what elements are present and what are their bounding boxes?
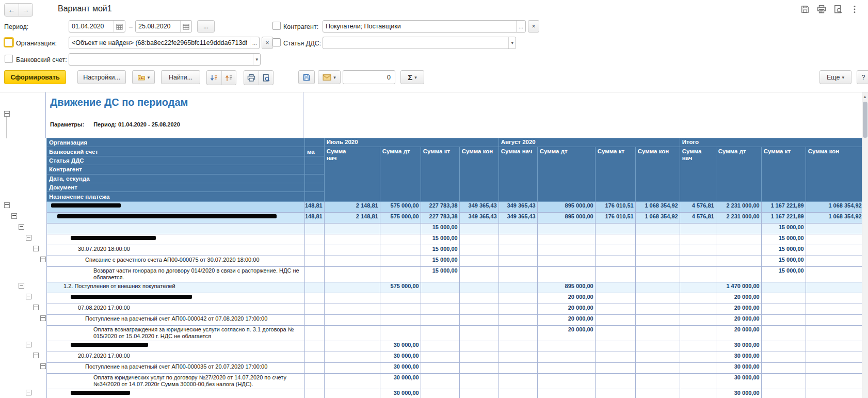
row-expander-icon[interactable] [26, 294, 31, 299]
row-expander-icon[interactable] [11, 213, 17, 219]
row-expander-icon[interactable] [40, 257, 46, 262]
row-expander-icon[interactable] [33, 305, 39, 310]
organization-clear-button[interactable]: × [262, 37, 273, 49]
organization-input[interactable] [69, 37, 250, 49]
amount-cell [499, 314, 537, 325]
back-button[interactable]: ← [5, 4, 19, 16]
amount-cell [680, 223, 716, 234]
amount-cell: 1 068 354,92 [635, 212, 680, 223]
generate-button[interactable]: Сформировать [4, 70, 66, 84]
save-result-button[interactable] [298, 70, 315, 84]
amount-cell [806, 314, 863, 325]
amount-cell: 15 000,00 [761, 234, 806, 245]
amount-cell [459, 304, 499, 314]
amount-cell: 1 167 221,89 [761, 212, 806, 223]
dds-checkbox[interactable] [272, 38, 281, 46]
more-button[interactable]: Еще ▾ [819, 70, 851, 84]
row-expander-icon[interactable] [26, 342, 31, 347]
amount-cell: 575 000,00 [380, 212, 421, 223]
menu-dots-partial-icon[interactable] [865, 4, 868, 13]
row-expander-icon[interactable] [33, 246, 39, 251]
print-preview-icon[interactable] [833, 4, 843, 14]
row-expander-icon[interactable] [33, 353, 39, 358]
period-to-input[interactable] [136, 21, 180, 32]
settings-button[interactable]: Настройки... [77, 70, 126, 84]
amount-cell [635, 282, 680, 293]
contractor-clear-button[interactable]: × [528, 20, 539, 33]
amount-cell: 15 000,00 [761, 223, 806, 234]
chevron-down-icon[interactable]: ▾ [253, 54, 260, 65]
report-variants-button[interactable]: ▾ [132, 70, 155, 84]
calendar-icon[interactable] [180, 21, 191, 32]
column-header: Сумма кт [595, 147, 635, 202]
dds-input[interactable] [323, 37, 508, 49]
scrollbar-thumb[interactable] [863, 102, 867, 138]
menu-dots-icon[interactable] [849, 4, 860, 14]
amount-cell: 575 000,00 [380, 282, 421, 293]
scroll-up-icon[interactable]: ▲ [863, 94, 867, 99]
vertical-scrollbar[interactable] [862, 92, 868, 398]
nav-buttons: ← → [4, 3, 33, 17]
help-button[interactable]: ? [857, 70, 868, 84]
amount-cell [537, 352, 595, 362]
amount-cell [459, 245, 499, 256]
chevron-down-icon: ▾ [842, 75, 844, 80]
amount-cell: 30 000,00 [716, 341, 761, 352]
row-expander-icon[interactable] [40, 363, 46, 369]
counter-input[interactable] [343, 70, 395, 84]
send-mail-button[interactable]: ▾ [318, 70, 341, 84]
save-icon[interactable] [800, 4, 810, 14]
amount-cell: 30 000,00 [380, 341, 421, 352]
amount-cell [324, 373, 380, 389]
period-from-field [69, 20, 125, 33]
amount-cell [380, 256, 421, 266]
contractor-checkbox[interactable] [272, 22, 281, 30]
amount-cell [324, 245, 380, 256]
amount-cell [459, 234, 499, 245]
print-icon[interactable] [244, 71, 259, 85]
sum-button[interactable]: Σ ▾ [400, 70, 424, 84]
collapse-groups-icon[interactable] [207, 71, 221, 85]
partial-column-header [305, 138, 324, 147]
print-icon[interactable] [816, 4, 827, 14]
bank-account-input[interactable] [69, 54, 253, 65]
organization-field: ... [69, 37, 260, 49]
row-label-cell [47, 341, 305, 352]
calendar-icon[interactable] [114, 21, 125, 32]
ellipsis-button[interactable]: ... [250, 37, 259, 49]
amount-cell [324, 362, 380, 373]
partial-column-header: ма [305, 147, 324, 156]
amount-cell: 15 000,00 [421, 245, 459, 256]
chevron-down-icon[interactable]: ▾ [508, 37, 516, 49]
forward-button[interactable]: → [19, 4, 33, 16]
amount-cell: 30 000,00 [716, 373, 761, 389]
partial-column-header [305, 192, 324, 201]
period-from-input[interactable] [69, 21, 114, 32]
contractor-input[interactable] [323, 21, 516, 32]
amount-cell [499, 234, 537, 245]
amount-cell [595, 304, 635, 314]
ellipsis-button[interactable]: ... [516, 21, 525, 32]
amount-cell: 20 000,00 [537, 304, 595, 314]
tree-gutter-cell [0, 293, 47, 304]
amount-cell [806, 266, 863, 282]
row-expander-icon[interactable] [4, 202, 10, 208]
amount-cell [635, 223, 680, 234]
report-title-block: Движение ДС по периодам Параметры:Период… [45, 92, 303, 138]
partial-column-header [305, 174, 324, 183]
partial-column-header [305, 165, 324, 174]
print-preview-icon[interactable] [259, 71, 273, 85]
row-expander-icon[interactable] [26, 235, 31, 241]
row-expander-icon[interactable] [40, 315, 46, 321]
bank-account-checkbox[interactable] [5, 55, 13, 63]
find-button[interactable]: Найти... [161, 70, 200, 84]
row-expander-icon[interactable] [26, 390, 31, 395]
amount-cell [499, 362, 537, 373]
row-expander-icon[interactable] [19, 283, 24, 289]
expand-groups-icon[interactable] [221, 71, 236, 85]
organization-checkbox[interactable] [5, 38, 13, 46]
row-expander-icon[interactable] [19, 224, 24, 230]
period-more-button[interactable]: ... [197, 20, 215, 33]
amount-cell [680, 293, 716, 304]
report-expander-icon[interactable] [4, 111, 10, 117]
